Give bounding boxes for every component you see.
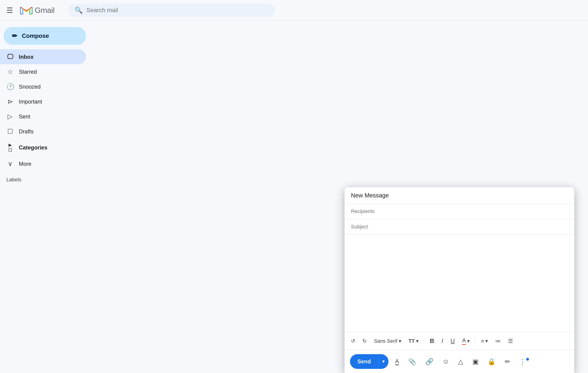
numbered-list-button[interactable]: ≔ [493, 336, 503, 346]
star-icon: ☆ [6, 68, 14, 76]
gmail-logo: Gmail [20, 5, 54, 15]
undo-button[interactable]: ↺ [349, 337, 357, 345]
main-layout: ✏ Compose 🖵 Inbox ☆ Starred 🕐 Snoozed ⊳ … [0, 21, 588, 373]
more-label: More [19, 161, 32, 167]
search-bar[interactable]: 🔍 [68, 4, 275, 17]
chevron-down-icon: ∨ [6, 160, 14, 168]
search-input[interactable] [86, 7, 269, 14]
sent-label: Sent [19, 113, 30, 120]
notification-dot [526, 358, 529, 361]
compose-window: New Message ↺ ↻ Sans Serif ▾ [345, 187, 574, 373]
font-dropdown-icon: ▾ [399, 338, 401, 344]
body-textarea[interactable] [351, 239, 568, 326]
drafts-label: Drafts [19, 128, 33, 135]
formatting-toolbar: ↺ ↻ Sans Serif ▾ TT ▾ B I U A ▾ [345, 332, 574, 350]
signature-icon: ✏ [505, 358, 510, 365]
categories-label: Categories [19, 144, 47, 151]
underline-button[interactable]: U [449, 336, 457, 346]
sidebar-item-inbox[interactable]: 🖵 Inbox [0, 49, 86, 64]
app-header: ☰ Gmail 🔍 [0, 0, 588, 21]
align-dropdown-icon: ▾ [485, 338, 488, 344]
font-size-dropdown-icon: ▾ [416, 338, 419, 344]
subject-field[interactable] [345, 219, 574, 235]
bold-button[interactable]: B [428, 336, 436, 346]
action-bar: Send ▾ A 📎 🔗 ☺ △ [345, 350, 574, 373]
font-color-dropdown-icon: ▾ [467, 338, 470, 344]
starred-label: Starred [19, 69, 37, 75]
toolbar-separator-2 [475, 338, 475, 344]
toolbar-separator-1 [424, 338, 424, 344]
compose-body[interactable] [345, 235, 574, 332]
categories-icon: ▶ ☐ [6, 142, 14, 153]
send-options-button[interactable]: ▾ [378, 354, 388, 369]
sidebar: ✏ Compose 🖵 Inbox ☆ Starred 🕐 Snoozed ⊳ … [0, 21, 90, 373]
align-selector[interactable]: ≡ ▾ [479, 337, 490, 345]
font-size-label: TT [409, 338, 415, 344]
font-name: Sans Serif [374, 338, 397, 344]
sidebar-item-drafts[interactable]: ☐ Drafts [0, 124, 86, 139]
compose-button[interactable]: ✏ Compose [4, 27, 86, 45]
insert-drive-button[interactable]: △ [456, 356, 466, 367]
compose-window-header: New Message [345, 187, 574, 204]
labels-section: Labels [0, 171, 90, 185]
sent-icon: ▷ [6, 113, 14, 120]
recipients-input[interactable] [351, 208, 568, 214]
font-size-selector[interactable]: TT ▾ [407, 337, 420, 345]
font-color-label: A [462, 337, 466, 345]
insert-emoji-button[interactable]: ☺ [440, 356, 452, 367]
emoji-icon: ☺ [443, 358, 449, 365]
sidebar-item-starred[interactable]: ☆ Starred [0, 64, 86, 79]
font-color-selector[interactable]: A ▾ [460, 336, 472, 346]
labels-heading: Labels [6, 177, 21, 182]
inbox-label: Inbox [19, 54, 33, 60]
align-icon: ≡ [481, 338, 484, 344]
snoozed-label: Snoozed [19, 83, 41, 90]
sidebar-item-sent[interactable]: ▷ Sent [0, 109, 86, 124]
more-options-button[interactable]: ⋮ [517, 356, 531, 367]
photo-icon: ▣ [472, 358, 478, 365]
compose-label: Compose [22, 32, 49, 40]
text-format-icon: A [395, 358, 399, 365]
important-icon: ⊳ [6, 98, 14, 105]
paperclip-icon: 📎 [408, 358, 416, 365]
subject-input[interactable] [351, 224, 568, 230]
insert-link-button[interactable]: 🔗 [423, 356, 436, 367]
attach-file-button[interactable]: 📎 [406, 356, 419, 367]
send-button-group: Send ▾ [350, 354, 388, 369]
search-icon: 🔍 [75, 6, 83, 14]
insert-photo-button[interactable]: ▣ [470, 356, 481, 367]
formatting-options-button[interactable]: A [393, 356, 401, 367]
sidebar-item-more[interactable]: ∨ More [0, 156, 86, 171]
inbox-icon: 🖵 [6, 53, 14, 60]
link-icon: 🔗 [425, 358, 433, 365]
gmail-wordmark: Gmail [35, 6, 54, 15]
bullet-list-button[interactable]: ☰ [506, 336, 515, 346]
insert-signature-button[interactable]: ✏ [503, 356, 513, 367]
compose-title: New Message [351, 192, 389, 199]
send-button[interactable]: Send [350, 354, 378, 369]
font-selector[interactable]: Sans Serif ▾ [372, 337, 403, 345]
drive-icon: △ [458, 358, 463, 365]
recipients-field[interactable] [345, 204, 574, 219]
more-icon: ⋮ [519, 358, 526, 365]
sidebar-item-categories[interactable]: ▶ ☐ Categories [0, 139, 86, 156]
clock-icon: 🕐 [6, 83, 14, 91]
redo-button[interactable]: ↻ [361, 337, 368, 345]
toggle-confidential-button[interactable]: 🔒 [485, 356, 498, 367]
send-dropdown-chevron: ▾ [382, 359, 385, 364]
main-content: New Message ↺ ↻ Sans Serif ▾ [90, 21, 588, 373]
sidebar-item-important[interactable]: ⊳ Important [0, 94, 86, 109]
pencil-icon: ✏ [12, 32, 17, 40]
menu-icon[interactable]: ☰ [6, 6, 13, 15]
lock-icon: 🔒 [488, 358, 496, 365]
important-label: Important [19, 99, 42, 105]
drafts-icon: ☐ [6, 128, 14, 135]
sidebar-item-snoozed[interactable]: 🕐 Snoozed [0, 79, 86, 94]
italic-button[interactable]: I [440, 336, 445, 346]
